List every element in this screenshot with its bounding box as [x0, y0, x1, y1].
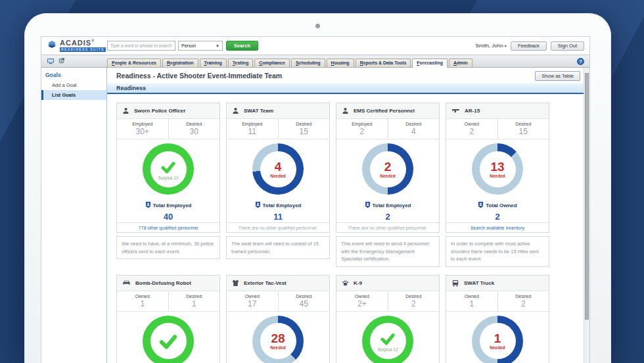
stat-value: 2 [411, 299, 416, 308]
gun-icon [451, 108, 460, 114]
surplus-label: Surplus 10 [158, 176, 178, 180]
stat-label: Desired [515, 294, 531, 299]
chevron-down-icon: ▼ [216, 44, 219, 48]
stat-value: 2 [359, 127, 364, 136]
stat-value: 2+ [357, 299, 367, 308]
car-icon [122, 279, 131, 286]
card-title: EMS Certified Personnel [354, 108, 415, 114]
surplus-label: Surplus 12 [377, 347, 398, 352]
card-footer[interactable]: 778 other qualified personnel [117, 222, 219, 232]
tab-forecasting[interactable]: Forecasting [412, 59, 448, 68]
needed-count: 28 [271, 332, 285, 345]
stat-label: Owned [245, 294, 260, 299]
tab-testing[interactable]: Testing [228, 59, 253, 67]
readiness-donut: 28Needed [252, 316, 304, 363]
readiness-donut: 2Needed [362, 143, 413, 195]
stat-value: 15 [300, 127, 308, 136]
vest-icon [232, 279, 239, 287]
card-stats: Owned 2+ Desired 2 [336, 291, 439, 312]
readiness-donut: 13Needed [472, 143, 523, 195]
stat-label: Desired [296, 122, 311, 126]
tab-compliance[interactable]: Compliance [254, 59, 290, 67]
stat-label: Desired [405, 294, 421, 299]
total-label: Total Owned [486, 203, 517, 208]
readiness-donut: Surplus 12 [362, 316, 413, 363]
card-footer[interactable]: Search available inventory [446, 222, 549, 232]
person-icon [342, 107, 349, 114]
tab-reports-data-tools[interactable]: Reports & Data Tools [356, 59, 411, 67]
total-value: 40 [164, 212, 173, 222]
logo-subtitle: READINESS SUITE [60, 47, 106, 52]
tab-training[interactable]: Training [200, 59, 227, 67]
tab-scheduling[interactable]: Scheduling [291, 59, 325, 67]
sidebar-item-list-goals[interactable]: List Goals [41, 90, 106, 100]
stat-label: Owned [355, 294, 369, 299]
total-label: Total Employed [153, 203, 192, 208]
needed-count: 4 [275, 160, 282, 173]
card-title: K-9 [354, 280, 362, 286]
card-stats: Employed 2 Desired 4 [336, 119, 439, 139]
card-stats: Owned 1 Desired 2 [446, 291, 549, 312]
needed-label: Needed [490, 345, 505, 350]
truck-icon [451, 279, 459, 287]
globe-icon[interactable] [58, 55, 65, 67]
search-input[interactable] [107, 41, 175, 51]
readiness-card: AR-15 Owned 2 Desired 15 13Needed [446, 103, 549, 233]
sidebar-item-add-a-goal[interactable]: Add a Goal [41, 80, 106, 90]
card-stats: Employed 30+ Desired 30 [117, 119, 219, 139]
card-total: Total Owned 2 [446, 199, 549, 222]
vertical-scrollbar[interactable] [584, 68, 589, 363]
webcam-dot [315, 24, 320, 28]
card-stats: Owned 1 Desired 1 [117, 291, 219, 312]
tab-bar: People & ResourcesRegistrationTrainingTe… [41, 55, 589, 68]
stat-label: Desired [296, 294, 311, 299]
main-panel: Readiness - Active Shooter Event-Immedia… [107, 68, 589, 363]
person-icon [122, 107, 129, 114]
stat-value: 1 [192, 299, 196, 308]
stat-label: Employed [352, 122, 372, 126]
badge-icon [478, 199, 484, 211]
stat-value: 45 [300, 299, 308, 308]
stat-value: 11 [248, 127, 256, 136]
search-button[interactable]: Search [226, 41, 258, 51]
card-title: Bomb-Defusing Robot [135, 280, 191, 286]
readiness-card: EMS Certified Personnel Employed 2 Desir… [336, 103, 440, 233]
page-title: Readiness - Active Shooter Event-Immedia… [116, 72, 282, 80]
stat-label: Desired [186, 122, 202, 126]
stat-value: 4 [411, 127, 416, 136]
badge-icon [145, 199, 151, 211]
stat-value: 2 [469, 127, 474, 136]
stat-label: Desired [186, 294, 202, 299]
signout-button[interactable]: Sign Out [551, 41, 584, 51]
scrollbar-thumb[interactable] [585, 73, 589, 320]
stat-label: Employed [132, 122, 152, 126]
tab-housing[interactable]: Housing [327, 59, 354, 67]
stat-label: Owned [465, 294, 479, 299]
workspace-icon[interactable] [47, 55, 55, 67]
card-title: SWAT Truck [464, 280, 494, 286]
tab-people-resources[interactable]: People & Resources [107, 59, 161, 67]
badge-icon [255, 199, 261, 211]
sidebar-section-goals: Goals [41, 70, 106, 80]
help-icon[interactable]: ? [577, 58, 584, 65]
search-category-select[interactable]: Person ▼ [178, 41, 223, 51]
readiness-card: Bomb-Defusing Robot Owned 1 Desired 1 [116, 275, 220, 363]
app-header: ACADIS® READINESS SUITE Person ▼ Search … [41, 37, 589, 55]
stat-value: 15 [519, 127, 528, 136]
stat-value: 2 [521, 299, 526, 308]
total-label: Total Employed [263, 203, 302, 208]
sidebar: Goals Add a GoalList Goals [41, 68, 107, 363]
stat-value: 17 [248, 299, 256, 308]
stat-label: Desired [515, 122, 531, 126]
laptop-frame: ACADIS® READINESS SUITE Person ▼ Search … [24, 13, 611, 363]
stat-value: 30 [190, 127, 198, 136]
card-total: Total Employed 2 [336, 199, 439, 222]
user-menu[interactable]: Smith, John ▾ [475, 43, 507, 49]
stat-value: 1 [140, 299, 145, 308]
needed-label: Needed [380, 174, 395, 178]
show-as-table-button[interactable]: Show as Table [535, 71, 580, 81]
needed-label: Needed [270, 174, 285, 178]
tab-admin[interactable]: Admin [449, 59, 472, 67]
feedback-button[interactable]: Feedback [511, 41, 547, 51]
tab-registration[interactable]: Registration [162, 59, 198, 67]
